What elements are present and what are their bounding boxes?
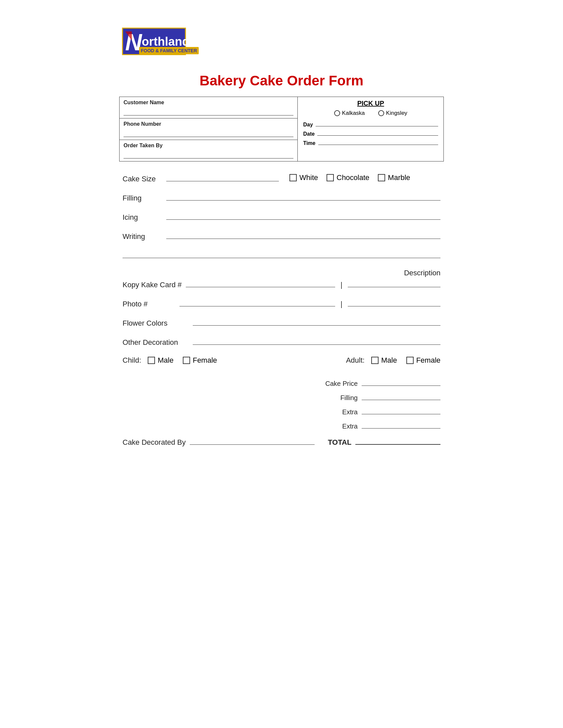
child-male-item[interactable]: Male: [148, 356, 173, 365]
date-row: Date: [303, 129, 438, 137]
flower-colors-line[interactable]: [193, 318, 441, 326]
photo-label: Photo #: [122, 300, 175, 308]
extra2-line[interactable]: [362, 421, 441, 429]
photo-divider: |: [339, 300, 344, 308]
date-label: Date: [303, 131, 315, 137]
child-male-label: Male: [158, 356, 173, 365]
company-logo: N orthland FOOD & FAMILY CENTER: [119, 26, 205, 63]
photo-desc-line[interactable]: [348, 298, 441, 306]
white-checkbox[interactable]: [290, 174, 297, 181]
icing-line[interactable]: [166, 212, 441, 220]
kopy-kake-desc-line[interactable]: [348, 279, 441, 287]
filling-line[interactable]: [166, 193, 441, 201]
kalkaska-radio-circle[interactable]: [334, 110, 340, 116]
child-female-item[interactable]: Female: [183, 356, 217, 365]
marble-checkbox[interactable]: [378, 174, 385, 181]
kingsley-label: Kingsley: [386, 110, 407, 116]
cake-price-label: Cake Price: [315, 380, 358, 387]
phone-line[interactable]: [123, 129, 294, 137]
cake-size-row: Cake Size White Chocolate Marble: [122, 173, 441, 183]
pickup-fields: Day Date Time: [303, 120, 438, 146]
extra1-row: Extra: [315, 406, 441, 416]
extra2-row: Extra: [315, 421, 441, 430]
form-body: Cake Size White Chocolate Marble Filling: [119, 173, 444, 447]
extra1-label: Extra: [315, 408, 358, 416]
other-decoration-row: Other Decoration: [122, 337, 441, 347]
adult-female-checkbox[interactable]: [406, 357, 414, 364]
cake-price-row: Cake Price: [315, 378, 441, 387]
icing-row: Icing: [122, 212, 441, 222]
gender-row: Child: Male Female Adult: Male: [122, 356, 441, 365]
pickup-title: PICK UP: [303, 100, 438, 107]
order-taken-line[interactable]: [123, 151, 294, 159]
adult-male-label: Male: [381, 356, 397, 365]
writing-row: Writing: [122, 231, 441, 241]
flower-colors-row: Flower Colors: [122, 318, 441, 328]
adult-group: Adult: Male Female: [346, 356, 441, 365]
child-male-checkbox[interactable]: [148, 357, 155, 364]
adult-female-label: Female: [416, 356, 441, 365]
kalkaska-radio[interactable]: Kalkaska: [334, 110, 365, 116]
white-label: White: [300, 173, 318, 182]
adult-label: Adult:: [346, 356, 365, 365]
kingsley-radio[interactable]: Kingsley: [378, 110, 407, 116]
other-decoration-label: Other Decoration: [122, 338, 189, 347]
extra2-label: Extra: [315, 423, 358, 430]
child-female-checkbox[interactable]: [183, 357, 190, 364]
writing-line[interactable]: [166, 231, 441, 239]
bottom-row: Cake Decorated By TOTAL: [122, 437, 441, 447]
customer-name-line[interactable]: [123, 108, 294, 115]
marble-label: Marble: [388, 173, 410, 182]
kingsley-radio-circle[interactable]: [378, 110, 384, 116]
filling-price-line[interactable]: [362, 392, 441, 400]
svg-text:orthland: orthland: [142, 35, 189, 48]
writing-extra-line[interactable]: [122, 250, 441, 258]
total-label: TOTAL: [328, 438, 352, 447]
other-decoration-line[interactable]: [193, 337, 441, 345]
flower-colors-label: Flower Colors: [122, 319, 189, 328]
order-taken-label: Order Taken By: [123, 143, 294, 149]
total-line[interactable]: [355, 437, 441, 445]
kopy-kake-label: Kopy Kake Card #: [122, 281, 182, 289]
filling-label: Filling: [122, 194, 162, 203]
date-line[interactable]: [317, 129, 438, 136]
adult-female-item[interactable]: Female: [406, 356, 441, 365]
cake-price-line[interactable]: [362, 378, 441, 386]
time-line[interactable]: [318, 138, 439, 145]
chocolate-checkbox[interactable]: [327, 174, 334, 181]
writing-label: Writing: [122, 232, 162, 241]
adult-male-checkbox[interactable]: [371, 357, 379, 364]
day-row: Day: [303, 120, 438, 128]
icing-label: Icing: [122, 213, 162, 222]
photo-row: Photo # |: [122, 298, 441, 308]
adult-male-item[interactable]: Male: [371, 356, 397, 365]
marble-checkbox-item[interactable]: Marble: [378, 173, 410, 182]
decorated-by-line[interactable]: [190, 437, 315, 445]
child-label: Child:: [122, 356, 141, 365]
child-group: Child: Male Female: [122, 356, 217, 365]
phone-label: Phone Number: [123, 121, 294, 127]
extra1-line[interactable]: [362, 406, 441, 414]
day-line[interactable]: [316, 120, 438, 126]
total-area: TOTAL: [328, 437, 441, 447]
decorated-by-area: Cake Decorated By: [122, 437, 315, 447]
form-title: Bakery Cake Order Form: [119, 73, 444, 89]
kopy-kake-row: Kopy Kake Card # |: [122, 279, 441, 289]
photo-line[interactable]: [179, 298, 335, 306]
pricing-section: Cake Price Filling Extra Extra: [122, 378, 441, 430]
pickup-radios: Kalkaska Kingsley: [303, 110, 438, 116]
kalkaska-label: Kalkaska: [342, 110, 365, 116]
chocolate-checkbox-item[interactable]: Chocolate: [327, 173, 369, 182]
cake-size-line[interactable]: [166, 173, 279, 181]
child-female-label: Female: [193, 356, 217, 365]
header-table: Customer Name PICK UP Kalkaska Kingsley: [119, 97, 444, 161]
time-label: Time: [303, 140, 315, 146]
decorated-by-label: Cake Decorated By: [122, 438, 186, 447]
filling-price-label: Filling: [315, 394, 358, 402]
chocolate-label: Chocolate: [337, 173, 369, 182]
filling-row: Filling: [122, 193, 441, 203]
cake-size-label: Cake Size: [122, 175, 162, 183]
cake-type-group: White Chocolate Marble: [290, 173, 410, 182]
kopy-kake-line[interactable]: [186, 279, 336, 287]
white-checkbox-item[interactable]: White: [290, 173, 318, 182]
